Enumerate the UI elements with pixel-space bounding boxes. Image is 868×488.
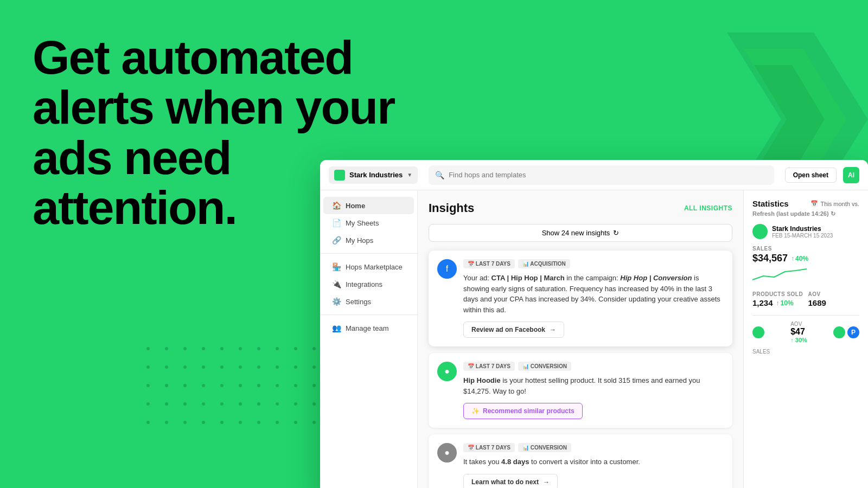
statistics-panel: Statistics 📅 This month vs. Refresh (las… bbox=[743, 190, 868, 488]
show-new-insights-button[interactable]: Show 24 new insights ↻ bbox=[429, 224, 732, 242]
dot bbox=[146, 402, 150, 406]
sidebar-label-manage-team: Manage team bbox=[346, 324, 389, 332]
stats-refresh: Refresh (last update 14:26) ↻ bbox=[752, 210, 859, 217]
dot bbox=[146, 421, 150, 424]
card-text-3: It takes you 4.8 days to convert a visit… bbox=[463, 457, 724, 467]
dot bbox=[257, 384, 260, 387]
row2-aov-stat: AOV $47 ↑ 30% bbox=[790, 321, 807, 343]
sidebar-item-my-sheets[interactable]: 📄 My Sheets bbox=[323, 214, 414, 232]
sparkle-icon: ✨ bbox=[471, 407, 480, 415]
sidebar-label-settings: Settings bbox=[346, 298, 371, 306]
search-bar: 🔍 bbox=[429, 165, 774, 185]
settings-icon: ⚙️ bbox=[332, 297, 341, 306]
dot bbox=[312, 347, 316, 350]
facebook-icon: f bbox=[437, 259, 457, 279]
app-window: Stark Industries ▼ 🔍 Open sheet AI 🏠 Hom… bbox=[320, 160, 868, 488]
green-icon: ● bbox=[437, 362, 457, 381]
card-content-2: 📅 LAST 7 DAYS 📊 CONVERSION Hip Hoodie is… bbox=[463, 362, 724, 419]
small-account-row: AOV $47 ↑ 30% P bbox=[752, 321, 859, 343]
dot bbox=[257, 402, 260, 406]
dot bbox=[220, 421, 224, 424]
dot bbox=[239, 384, 242, 387]
sidebar-item-integrations[interactable]: 🔌 Integrations bbox=[323, 275, 414, 293]
dot bbox=[257, 421, 260, 424]
insights-panel: Insights ALL INSIGHTS Show 24 new insigh… bbox=[418, 190, 743, 488]
dot bbox=[294, 384, 297, 387]
sidebar-item-manage-team[interactable]: 👥 Manage team bbox=[323, 319, 414, 337]
card-top-3: ● 📅 LAST 7 DAYS 📊 CONVERSION It takes yo… bbox=[437, 443, 724, 488]
insight-card-3: ● 📅 LAST 7 DAYS 📊 CONVERSION It takes yo… bbox=[429, 434, 732, 488]
products-sold-label: PRODUCTS SOLD bbox=[752, 291, 804, 297]
chevron-down-icon: ▼ bbox=[407, 172, 412, 178]
sales-change: ↑ 40% bbox=[791, 255, 808, 262]
learn-what-to-do-button[interactable]: Learn what to do next → bbox=[463, 474, 558, 489]
row2-platform-icons: P bbox=[833, 326, 859, 338]
dot bbox=[202, 421, 205, 424]
dot bbox=[165, 384, 168, 387]
dot bbox=[257, 347, 260, 350]
dot bbox=[220, 384, 224, 387]
insights-title: Insights bbox=[429, 201, 474, 215]
dot bbox=[312, 365, 316, 369]
card-badges-2: 📅 LAST 7 DAYS 📊 CONVERSION bbox=[463, 362, 724, 371]
dot bbox=[239, 365, 242, 369]
learn-label: Learn what to do next bbox=[471, 478, 539, 486]
workspace-button[interactable]: Stark Industries ▼ bbox=[329, 166, 418, 184]
workspace-icon bbox=[334, 170, 345, 181]
top-bar: Stark Industries ▼ 🔍 Open sheet AI bbox=[320, 160, 868, 190]
sidebar: 🏠 Home 📄 My Sheets 🔗 My Hops 🏪 Hops Mark… bbox=[320, 190, 418, 488]
dot bbox=[312, 384, 316, 387]
card-top-1: f 📅 LAST 7 DAYS 📊 ACQUISITION Your ad: C… bbox=[437, 259, 724, 338]
dot bbox=[312, 402, 316, 406]
avatar[interactable]: AI bbox=[843, 167, 859, 183]
badge-type-1: 📊 ACQUISITION bbox=[518, 259, 570, 268]
sidebar-item-settings[interactable]: ⚙️ Settings bbox=[323, 293, 414, 310]
dot bbox=[202, 365, 205, 369]
marketplace-icon: 🏪 bbox=[332, 262, 341, 271]
recommend-similar-products-button[interactable]: ✨ Recommend similar products bbox=[463, 403, 583, 419]
statistics-title: Statistics bbox=[752, 199, 789, 208]
sidebar-item-my-hops[interactable]: 🔗 My Hops bbox=[323, 232, 414, 249]
card-action-3: Learn what to do next → bbox=[463, 474, 724, 489]
dot bbox=[220, 402, 224, 406]
content-area: Insights ALL INSIGHTS Show 24 new insigh… bbox=[418, 190, 868, 488]
dot bbox=[183, 347, 187, 350]
sidebar-item-home[interactable]: 🏠 Home bbox=[323, 197, 414, 214]
last-update: (last update 14:26) bbox=[776, 210, 829, 217]
dot-grid bbox=[146, 347, 326, 434]
dot bbox=[202, 347, 205, 350]
sidebar-item-hops-marketplace[interactable]: 🏪 Hops Marketplace bbox=[323, 258, 414, 275]
gray-icon: ● bbox=[437, 443, 457, 463]
badge-type-3: 📊 CONVERSION bbox=[518, 443, 571, 452]
row2-aov-change: ↑ 30% bbox=[790, 337, 807, 343]
show-new-label: Show 24 new insights bbox=[542, 229, 610, 237]
dot bbox=[202, 402, 205, 406]
stats-account: Stark Industries FEB 15-MARCH 15 2023 bbox=[752, 224, 859, 239]
dot bbox=[183, 365, 187, 369]
stats-header: Statistics 📅 This month vs. bbox=[752, 199, 859, 208]
sidebar-label-hops-marketplace: Hops Marketplace bbox=[346, 263, 403, 271]
integrations-icon: 🔌 bbox=[332, 280, 341, 288]
all-insights-link[interactable]: ALL INSIGHTS bbox=[684, 204, 732, 212]
dot bbox=[146, 347, 150, 350]
open-sheet-button[interactable]: Open sheet bbox=[785, 168, 837, 183]
review-ad-facebook-button[interactable]: Review ad on Facebook → bbox=[463, 322, 564, 338]
search-input[interactable] bbox=[449, 171, 767, 179]
row2-aov-value: $47 bbox=[790, 327, 807, 337]
insight-card-2: ● 📅 LAST 7 DAYS 📊 CONVERSION Hip Hoodie … bbox=[429, 353, 732, 428]
sidebar-label-my-sheets: My Sheets bbox=[346, 219, 379, 227]
stats-period-label: This month vs. bbox=[820, 201, 859, 207]
account-date: FEB 15-MARCH 15 2023 bbox=[772, 233, 833, 239]
recommend-label: Recommend similar products bbox=[483, 407, 575, 415]
home-icon: 🏠 bbox=[332, 201, 341, 210]
insights-header: Insights ALL INSIGHTS bbox=[429, 201, 732, 215]
dot bbox=[257, 365, 260, 369]
dot bbox=[220, 365, 224, 369]
aov-label: AOV bbox=[808, 291, 860, 297]
dot bbox=[183, 402, 187, 406]
refresh-label: Refresh bbox=[752, 210, 775, 217]
dot bbox=[239, 421, 242, 424]
stats-row-2: PRODUCTS SOLD 1,234 ↑ 10% AOV 1689 bbox=[752, 291, 859, 307]
main-layout: 🏠 Home 📄 My Sheets 🔗 My Hops 🏪 Hops Mark… bbox=[320, 190, 868, 488]
hero-line1: Get automated bbox=[33, 30, 353, 84]
